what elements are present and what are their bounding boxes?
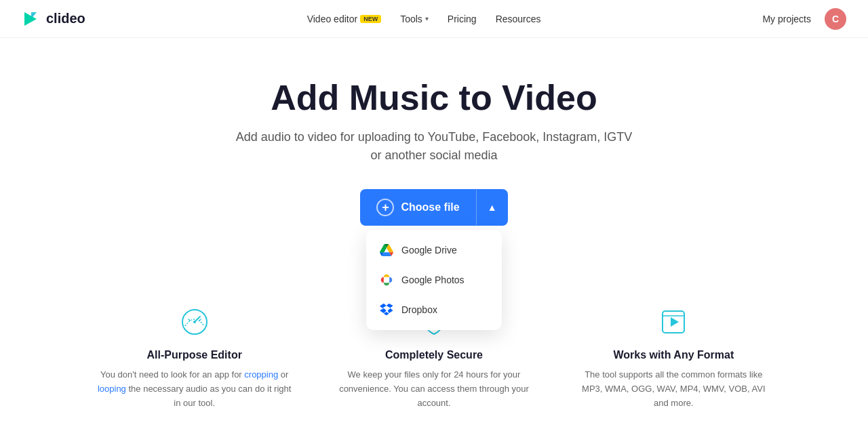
logo-icon	[22, 9, 41, 28]
speedometer-icon	[95, 307, 294, 340]
feature-title-all-purpose: All-Purpose Editor	[95, 349, 294, 361]
dropbox-option[interactable]: Dropbox	[366, 295, 502, 325]
dropbox-icon	[380, 303, 393, 317]
feature-formats: Works with Any Format The tool supports …	[554, 293, 793, 424]
navbar: clideo Video editor NEW Tools ▾ Pricing …	[0, 0, 868, 38]
feature-all-purpose: All-Purpose Editor You don't need to loo…	[75, 293, 314, 424]
nav-links: Video editor NEW Tools ▾ Pricing Resourc…	[307, 14, 541, 24]
hero-section: Add Music to Video Add audio to video fo…	[0, 38, 868, 253]
nav-right: My projects C	[762, 8, 846, 30]
hero-subtitle: Add audio to video for uploading to YouT…	[14, 128, 854, 165]
logo[interactable]: clideo	[22, 9, 85, 28]
new-badge: NEW	[360, 15, 381, 23]
play-square-icon	[574, 307, 773, 340]
svg-point-3	[193, 321, 196, 323]
gdrive-icon	[380, 243, 393, 257]
svg-line-5	[199, 319, 201, 321]
feature-text-all-purpose: You don't need to look for an app for cr…	[95, 368, 294, 410]
google-photos-option[interactable]: Google Photos	[366, 265, 502, 295]
gphotos-icon	[380, 273, 393, 287]
avatar[interactable]: C	[825, 8, 846, 30]
tools-chevron-icon: ▾	[425, 15, 429, 22]
feature-title-formats: Works with Any Format	[574, 349, 773, 361]
my-projects-link[interactable]: My projects	[762, 14, 811, 24]
hero-title: Add Music to Video	[14, 79, 854, 117]
nav-pricing[interactable]: Pricing	[448, 14, 477, 24]
upload-dropdown: Google Drive Google Photos	[366, 230, 502, 330]
svg-line-4	[189, 319, 190, 321]
feature-title-secure: Completely Secure	[334, 349, 533, 361]
plus-icon: +	[376, 199, 394, 216]
feature-text-formats: The tool supports all the common formats…	[574, 368, 773, 410]
svg-marker-7	[671, 317, 679, 327]
choose-file-button[interactable]: + Choose file ▲	[360, 189, 507, 226]
nav-tools[interactable]: Tools ▾	[400, 14, 429, 24]
choose-file-dropdown-toggle[interactable]: ▲	[477, 190, 508, 225]
upload-area: + Choose file ▲ Google Drive	[14, 189, 854, 226]
choose-file-main: + Choose file	[360, 189, 475, 226]
logo-text: clideo	[46, 11, 85, 26]
google-drive-option[interactable]: Google Drive	[366, 235, 502, 265]
feature-text-secure: We keep your files only for 24 hours for…	[334, 368, 533, 410]
nav-resources[interactable]: Resources	[496, 14, 541, 24]
nav-video-editor[interactable]: Video editor NEW	[307, 14, 381, 24]
